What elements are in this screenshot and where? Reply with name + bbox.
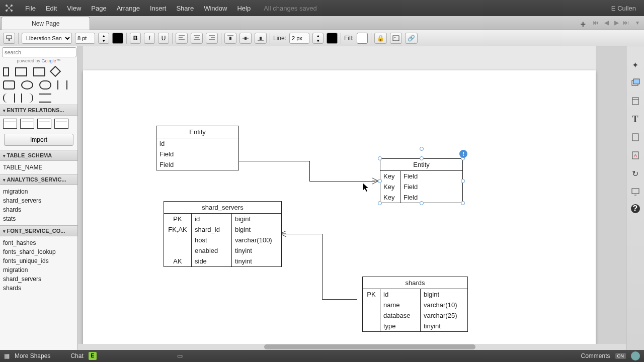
nav-first-icon[interactable]: ⏮: [593, 19, 599, 26]
section-table-schema[interactable]: TABLE_SCHEMA: [0, 150, 77, 161]
image-icon[interactable]: [390, 33, 402, 44]
menu-arrange[interactable]: Arrange: [112, 5, 145, 12]
shape-ellipse[interactable]: [21, 80, 33, 89]
fill-color-swatch[interactable]: [357, 33, 368, 44]
section-font-service[interactable]: FONT_SERVICE_CO...: [0, 225, 77, 236]
rotate-handle[interactable]: [420, 147, 424, 151]
layers-icon[interactable]: [630, 77, 641, 88]
shape-diamond[interactable]: [50, 66, 61, 77]
page-tab[interactable]: New Page: [1, 17, 90, 30]
nav-last-icon[interactable]: ⏭: [623, 19, 629, 26]
menu-insert[interactable]: Insert: [145, 5, 172, 12]
lock-icon[interactable]: 🔒: [374, 33, 387, 44]
document-icon[interactable]: [630, 132, 641, 143]
menu-view[interactable]: View: [62, 5, 86, 12]
shape-pill[interactable]: [39, 80, 51, 89]
italic-button[interactable]: I: [144, 33, 155, 44]
font-size-stepper[interactable]: ▴▾: [98, 33, 109, 44]
more-shapes-button[interactable]: More Shapes: [15, 352, 50, 359]
table-shards2[interactable]: shards: [3, 284, 74, 293]
shape-rect-tall[interactable]: [3, 67, 9, 76]
theme-icon[interactable]: A: [630, 150, 641, 161]
nav-prev-icon[interactable]: ◀: [604, 19, 609, 26]
comments-toggle[interactable]: ON: [615, 353, 626, 359]
menu-file[interactable]: File: [20, 5, 41, 12]
canvas[interactable]: Entity id Field Field Entity KeyField Ke…: [78, 46, 626, 350]
underline-button[interactable]: U: [158, 33, 169, 44]
section-analytics-service[interactable]: ANALYTICS_SERVIC...: [0, 174, 77, 185]
table-font-hashes[interactable]: font_hashes: [3, 238, 74, 247]
menu-share[interactable]: Share: [171, 5, 199, 12]
table-fonts-shard-lookup[interactable]: fonts_shard_lookup: [3, 247, 74, 256]
selection-handle[interactable]: [420, 201, 424, 205]
entity-1[interactable]: Entity id Field Field: [156, 126, 239, 170]
alert-badge-icon[interactable]: !: [459, 150, 467, 158]
shape-rect2[interactable]: [33, 67, 45, 76]
chat-user-badge[interactable]: E: [89, 352, 97, 360]
text-color-swatch[interactable]: [112, 33, 123, 44]
font-select[interactable]: Liberation Sans: [22, 33, 72, 44]
bold-button[interactable]: B: [130, 33, 141, 44]
er-shape-1[interactable]: [3, 119, 17, 129]
selection-handle[interactable]: [420, 156, 424, 160]
table-shards[interactable]: shards: [3, 205, 74, 214]
import-button[interactable]: Import: [4, 134, 73, 146]
table-stats[interactable]: stats: [3, 214, 74, 223]
connector-entity1-to-entity2[interactable]: [239, 161, 309, 161]
shape-rect[interactable]: [15, 67, 27, 76]
nav-next-icon[interactable]: ▶: [614, 19, 619, 26]
navigator-icon[interactable]: ✦: [630, 59, 641, 70]
table-fonts-unique-ids[interactable]: fonts_unique_ids: [3, 256, 74, 265]
selection-handle[interactable]: [378, 201, 382, 205]
font-size-input[interactable]: [75, 33, 95, 44]
align-left-icon[interactable]: [176, 33, 188, 44]
chat-button[interactable]: Chat: [70, 352, 83, 359]
selection-handle[interactable]: [378, 156, 382, 160]
user-avatar[interactable]: [631, 351, 640, 360]
connector-shardservers-to-shards[interactable]: [282, 234, 322, 234]
help-icon[interactable]: ?: [631, 204, 640, 213]
line-width-stepper[interactable]: ▴▾: [312, 33, 324, 44]
user-name[interactable]: E Cullen: [611, 5, 640, 12]
nav-menu-icon[interactable]: ▾: [636, 19, 639, 26]
entity-shard-servers[interactable]: shard_servers PKidbigint FK,AKshard_idbi…: [164, 201, 282, 267]
menu-window[interactable]: Window: [199, 5, 232, 12]
history-icon[interactable]: ↻: [630, 168, 641, 179]
shape-line-v[interactable]: [57, 80, 60, 89]
presentation-mode-icon[interactable]: ▭: [177, 352, 183, 359]
line-width-input[interactable]: [289, 33, 309, 44]
text-tool-icon[interactable]: T: [630, 114, 641, 125]
valign-top-icon[interactable]: [224, 33, 236, 44]
entity-2-selected[interactable]: Entity KeyField KeyField KeyField !: [380, 158, 463, 203]
table-shard-servers2[interactable]: shard_servers: [3, 275, 74, 284]
shape-bracket-l[interactable]: [3, 94, 15, 103]
valign-middle-icon[interactable]: [239, 33, 252, 44]
er-shape-3[interactable]: [37, 119, 51, 129]
comments-button[interactable]: Comments: [581, 352, 610, 359]
menu-page[interactable]: Page: [86, 5, 111, 12]
line-color-swatch[interactable]: [327, 33, 338, 44]
shape-roundrect[interactable]: [3, 80, 15, 89]
more-shapes-icon[interactable]: ▦: [4, 352, 10, 359]
schema-table-name[interactable]: TABLE_NAME: [3, 163, 74, 172]
align-center-icon[interactable]: [191, 33, 203, 44]
shape-lines-h[interactable]: [39, 94, 51, 103]
entity-shards[interactable]: shards PKidbigint namevarchar(10) databa…: [362, 277, 468, 332]
page-size-icon[interactable]: [630, 96, 641, 107]
selection-handle[interactable]: [378, 179, 382, 183]
scrollbar-thumb[interactable]: [264, 344, 475, 349]
valign-bottom-icon[interactable]: [255, 33, 267, 44]
shape-bracket-r[interactable]: [21, 94, 33, 103]
horizontal-scrollbar[interactable]: [78, 344, 626, 350]
er-shape-2[interactable]: [20, 119, 34, 129]
table-migration2[interactable]: migration: [3, 265, 74, 275]
selection-handle[interactable]: [461, 201, 465, 205]
section-entity-relations[interactable]: ENTITY RELATIONS...: [0, 105, 77, 116]
align-right-icon[interactable]: [206, 33, 218, 44]
table-shard-servers[interactable]: shard_servers: [3, 196, 74, 205]
search-input[interactable]: [2, 47, 76, 57]
present-icon[interactable]: [630, 186, 641, 197]
link-icon[interactable]: 🔗: [405, 33, 418, 44]
menu-edit[interactable]: Edit: [41, 5, 62, 12]
menu-help[interactable]: Help: [232, 5, 256, 12]
